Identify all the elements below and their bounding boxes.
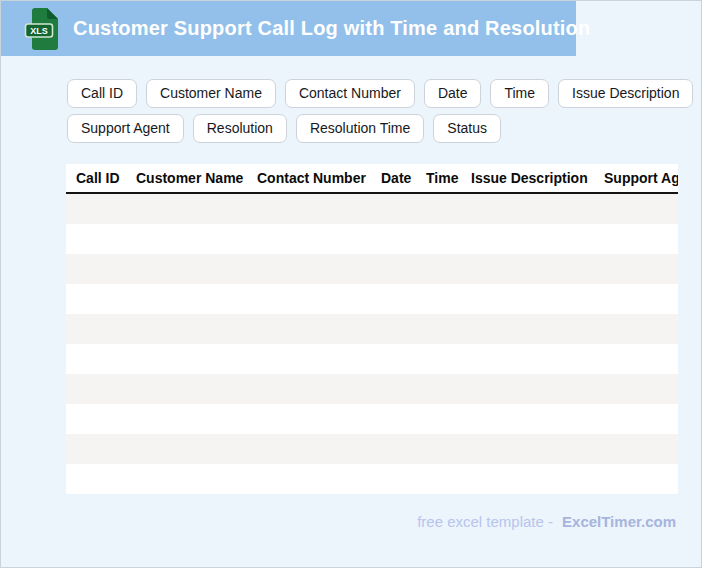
field-chip-support-agent[interactable]: Support Agent <box>67 114 184 143</box>
column-header-support-agent: Support Agent <box>594 170 678 186</box>
column-header-customer-name: Customer Name <box>126 170 247 186</box>
column-header-time: Time <box>416 170 461 186</box>
header-bar: XLS Customer Support Call Log with Time … <box>1 1 576 56</box>
table-row <box>66 284 678 314</box>
table-body <box>66 194 678 494</box>
table-row <box>66 344 678 374</box>
table-row <box>66 374 678 404</box>
field-chip-resolution-time[interactable]: Resolution Time <box>296 114 424 143</box>
field-chip-status[interactable]: Status <box>433 114 501 143</box>
call-log-table: Call IDCustomer NameContact NumberDateTi… <box>66 164 678 494</box>
field-chip-issue-description[interactable]: Issue Description <box>558 79 693 108</box>
field-chip-date[interactable]: Date <box>424 79 482 108</box>
xls-file-icon: XLS <box>24 7 60 51</box>
table-row <box>66 194 678 224</box>
column-header-contact-number: Contact Number <box>247 170 371 186</box>
column-header-issue-description: Issue Description <box>461 170 594 186</box>
page: { "header": { "title": "Customer Support… <box>0 0 702 568</box>
table-row <box>66 224 678 254</box>
field-chip-resolution[interactable]: Resolution <box>193 114 287 143</box>
column-header-call-id: Call ID <box>66 170 126 186</box>
svg-text:XLS: XLS <box>30 26 48 36</box>
table-row <box>66 464 678 494</box>
field-chips-row-1: Call IDCustomer NameContact NumberDateTi… <box>67 79 693 108</box>
column-header-date: Date <box>371 170 416 186</box>
field-chips-row-2: Support AgentResolutionResolution TimeSt… <box>67 114 693 143</box>
table-row <box>66 434 678 464</box>
field-chip-customer-name[interactable]: Customer Name <box>146 79 276 108</box>
page-title: Customer Support Call Log with Time and … <box>73 17 590 40</box>
field-chip-contact-number[interactable]: Contact Number <box>285 79 415 108</box>
field-chip-call-id[interactable]: Call ID <box>67 79 137 108</box>
table-row <box>66 314 678 344</box>
field-chips: Call IDCustomer NameContact NumberDateTi… <box>67 79 693 143</box>
footer-text: free excel template - <box>417 513 553 530</box>
footer: free excel template - ExcelTimer.com <box>417 513 676 530</box>
table-header-row: Call IDCustomer NameContact NumberDateTi… <box>66 164 678 194</box>
table-row <box>66 254 678 284</box>
field-chip-time[interactable]: Time <box>490 79 549 108</box>
footer-brand-link[interactable]: ExcelTimer.com <box>562 513 676 530</box>
table-row <box>66 404 678 434</box>
